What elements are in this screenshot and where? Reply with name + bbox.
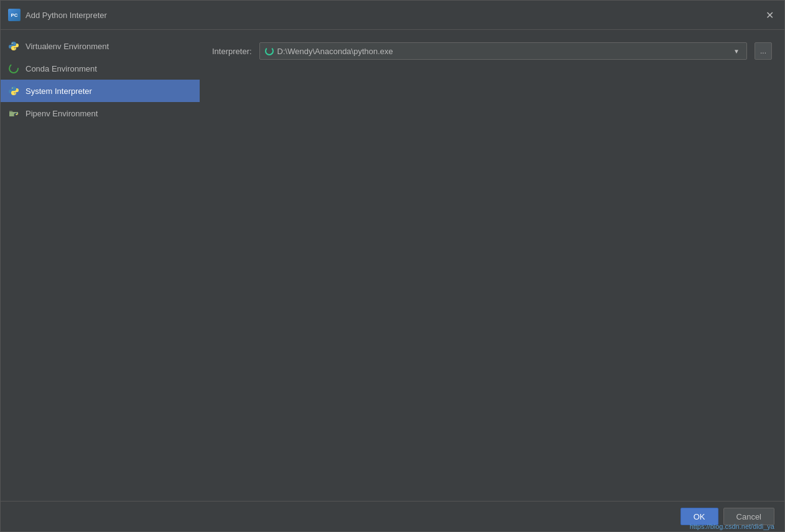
svg-point-1 [14, 49, 16, 50]
interpreter-row: Interpreter: D:\Wendy\Anaconda\python.ex… [212, 42, 772, 60]
sidebar-item-label-pipenv: Pipenv Environment [26, 109, 98, 118]
sidebar-item-pipenv[interactable]: Pipenv Environment [1, 102, 200, 124]
sidebar-item-virtualenv[interactable]: Virtualenv Environment [1, 35, 200, 57]
title-bar: PC Add Python Interpreter ✕ [1, 1, 784, 30]
sidebar-item-label-conda: Conda Environment [26, 64, 97, 73]
add-python-interpreter-dialog: PC Add Python Interpreter ✕ Virtualenv E [0, 0, 785, 532]
sidebar-item-system[interactable]: System Interpreter [1, 80, 200, 102]
chevron-down-icon: ▼ [732, 46, 741, 56]
footer-link: https://blog.csdn.net/didi_ya [690, 523, 774, 530]
close-button[interactable]: ✕ [762, 7, 777, 22]
pipenv-icon [8, 108, 19, 119]
dialog-title: Add Python Interpreter [26, 11, 762, 20]
system-icon [8, 85, 19, 96]
virtualenv-icon [8, 40, 19, 52]
footer: OK Cancel https://blog.csdn.net/didi_ya [1, 501, 784, 531]
dialog-body: Virtualenv Environment Conda Environment [1, 30, 784, 501]
loading-spinner-icon [265, 47, 274, 55]
svg-point-3 [12, 88, 13, 89]
browse-label: ... [760, 47, 766, 55]
content-area: Interpreter: D:\Wendy\Anaconda\python.ex… [200, 30, 784, 501]
app-icon: PC [8, 9, 21, 21]
browse-button[interactable]: ... [755, 42, 772, 60]
svg-point-4 [14, 93, 16, 95]
sidebar-item-conda[interactable]: Conda Environment [1, 57, 200, 80]
sidebar-item-label-virtualenv: Virtualenv Environment [26, 42, 109, 51]
interpreter-dropdown[interactable]: D:\Wendy\Anaconda\python.exe ▼ [259, 42, 747, 60]
sidebar: Virtualenv Environment Conda Environment [1, 30, 200, 501]
svg-point-0 [12, 43, 13, 44]
sidebar-item-label-system: System Interpreter [26, 86, 92, 96]
interpreter-path: D:\Wendy\Anaconda\python.exe [277, 47, 732, 56]
interpreter-label: Interpreter: [212, 47, 252, 56]
svg-point-2 [9, 64, 18, 73]
conda-icon [8, 63, 19, 74]
